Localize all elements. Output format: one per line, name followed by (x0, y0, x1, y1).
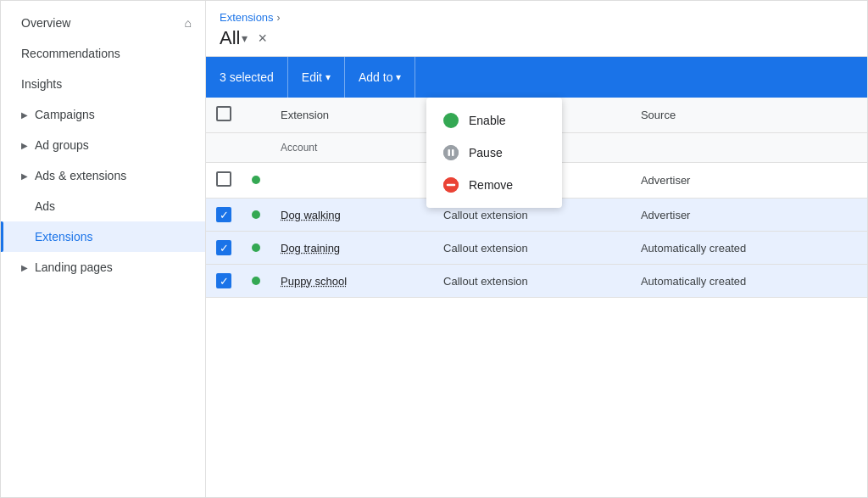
row-status-cell (242, 163, 270, 199)
row-source: Automatically created (631, 265, 867, 298)
enable-option[interactable]: Enable (426, 104, 562, 137)
status-indicator (252, 243, 260, 252)
remove-option[interactable]: Remove (426, 169, 562, 201)
add-to-label: Add to (359, 70, 392, 84)
header-status-cell (242, 98, 270, 133)
edit-label: Edit (302, 70, 322, 84)
row-extension-name: Dog training (270, 232, 433, 265)
action-toolbar: 3 selected Edit ▾ Add to ▾ Enable (206, 57, 867, 98)
close-button[interactable]: × (258, 30, 267, 48)
row-checkbox-cell: ✓ (206, 265, 242, 298)
chevron-right-icon: ▶ (21, 263, 28, 272)
home-icon: ⌂ (185, 16, 192, 30)
breadcrumb-arrow: › (277, 12, 281, 24)
enable-label: Enable (469, 114, 506, 127)
row-status-cell (242, 199, 270, 232)
pause-label: Pause (469, 146, 503, 159)
sidebar-item-label: Campaigns (35, 108, 95, 121)
row-checkbox-cell: ✓ (206, 199, 242, 232)
breadcrumb-link[interactable]: Extensions (220, 11, 274, 24)
row-status-cell (242, 232, 270, 265)
page-title: All (220, 27, 240, 49)
row-checkbox[interactable]: ✓ (216, 207, 231, 222)
pause-option[interactable]: Pause (426, 137, 562, 169)
status-indicator (252, 210, 260, 219)
svg-point-0 (447, 116, 455, 125)
remove-label: Remove (469, 178, 513, 192)
row-source: Automatically created (631, 232, 867, 265)
chevron-down-icon: ▾ (396, 71, 401, 83)
svg-point-1 (443, 145, 459, 160)
sidebar-item-label: Ads (35, 199, 55, 213)
header-source: Source (631, 98, 867, 133)
row-checkbox[interactable]: ✓ (216, 240, 231, 255)
sidebar-item-recommendations[interactable]: Recommendations (1, 38, 205, 69)
header-extension: Extension (270, 98, 433, 133)
sidebar-item-ad-groups[interactable]: ▶ Ad groups (1, 130, 205, 160)
section-label: Account (270, 133, 867, 163)
pause-icon (443, 145, 459, 160)
table-row: ✓ Dog training Callout extension Automat… (206, 232, 867, 265)
page-header: Extensions › All ▾ × (206, 1, 867, 57)
sidebar-item-overview[interactable]: Overview ⌂ (1, 8, 205, 38)
sidebar: Overview ⌂ Recommendations Insights ▶ Ca… (1, 1, 206, 497)
row-checkbox-cell (206, 163, 242, 199)
status-indicator (252, 277, 260, 285)
edit-button[interactable]: Edit ▾ (288, 57, 345, 98)
chevron-right-icon: ▶ (21, 171, 28, 181)
sidebar-item-ads[interactable]: Ads (1, 191, 205, 221)
row-extension-type: Callout extension (433, 232, 631, 265)
row-checkbox[interactable]: ✓ (216, 273, 231, 288)
header-checkbox-cell (206, 98, 242, 133)
select-all-checkbox[interactable] (216, 106, 231, 121)
edit-dropdown-menu: Enable Pause (426, 98, 562, 208)
chevron-down-icon: ▾ (242, 31, 248, 45)
sidebar-item-ads-extensions[interactable]: ▶ Ads & extensions (1, 160, 205, 191)
row-source: Advertiser (631, 199, 867, 232)
row-checkbox-cell: ✓ (206, 232, 242, 265)
sidebar-item-insights[interactable]: Insights (1, 69, 205, 99)
chevron-right-icon: ▶ (21, 110, 28, 120)
add-to-button[interactable]: Add to ▾ (345, 57, 415, 98)
sidebar-item-landing-pages[interactable]: ▶ Landing pages (1, 252, 205, 283)
sidebar-item-label: Extensions (35, 230, 92, 243)
sidebar-item-label: Ads & extensions (35, 169, 126, 182)
status-indicator (252, 176, 260, 184)
sidebar-item-label: Recommendations (21, 47, 120, 60)
main-content: Extensions › All ▾ × 3 selected Edit ▾ A… (206, 1, 867, 497)
row-extension-type: Callout extension (433, 265, 631, 298)
table-row: ✓ Puppy school Callout extension Automat… (206, 265, 867, 298)
row-checkbox[interactable] (216, 171, 231, 187)
sidebar-item-label: Overview (21, 16, 70, 30)
sidebar-item-extensions[interactable]: Extensions (1, 221, 205, 252)
enable-icon (443, 113, 459, 128)
sidebar-item-campaigns[interactable]: ▶ Campaigns (1, 99, 205, 130)
svg-rect-2 (448, 149, 451, 156)
chevron-right-icon: ▶ (21, 141, 28, 150)
row-extension-name: Dog walking (270, 199, 433, 232)
filter-dropdown[interactable]: All ▾ (220, 27, 248, 49)
remove-icon (443, 177, 459, 193)
row-extension-name: Puppy school (270, 265, 433, 298)
row-status-cell (242, 265, 270, 298)
row-extension-name (270, 163, 433, 199)
breadcrumb: Extensions › (220, 11, 854, 24)
sidebar-item-label: Ad groups (35, 138, 89, 152)
selected-count: 3 selected (220, 57, 288, 98)
chevron-down-icon: ▾ (326, 71, 331, 83)
svg-rect-3 (452, 149, 454, 156)
sidebar-item-label: Insights (21, 77, 62, 91)
sidebar-item-label: Landing pages (35, 260, 113, 274)
row-source: Advertiser (631, 163, 867, 199)
